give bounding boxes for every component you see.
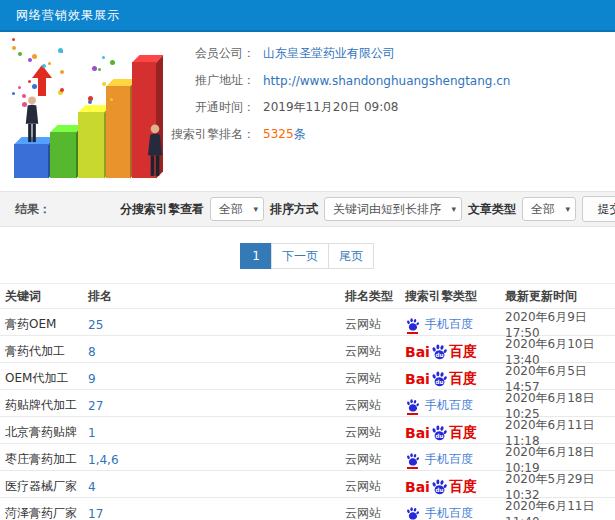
- baidu-paw-icon: du: [430, 478, 448, 496]
- confetti-dot: [88, 96, 93, 101]
- confetti-dot: [28, 80, 31, 83]
- confetti-dot: [60, 70, 64, 74]
- page-title: 网络营销效果展示: [16, 7, 120, 24]
- confetti-dot: [48, 62, 51, 65]
- rank-link[interactable]: 25: [88, 318, 103, 332]
- keyword-cell: 枣庄膏药加工: [5, 451, 88, 468]
- rank-cell: 27: [88, 399, 345, 413]
- info-label: 推广地址：: [160, 72, 255, 89]
- rank-link[interactable]: 9: [88, 372, 96, 386]
- rank-type-cell: 云网站: [345, 343, 405, 360]
- mobile-baidu-badge: 手机百度: [405, 505, 473, 520]
- search-engine-cell: 手机百度: [405, 316, 505, 333]
- baidu-logo: Baidu百度: [405, 343, 477, 361]
- ranking-count: 5325: [263, 127, 294, 141]
- chart-bar: [78, 112, 104, 178]
- search-engine-cell: Baidu百度: [405, 343, 505, 361]
- red-underline: [407, 332, 418, 334]
- rank-cell: 9: [88, 372, 345, 386]
- submit-button[interactable]: 提交: [582, 196, 615, 222]
- next-page-button[interactable]: 下一页: [271, 243, 329, 269]
- red-underline: [407, 467, 418, 469]
- column-header: 关键词: [5, 288, 88, 305]
- confetti-dot: [32, 54, 37, 59]
- rank-link[interactable]: 1: [88, 426, 96, 440]
- column-header: 搜索引擎类型: [405, 288, 505, 305]
- confetti-dot: [110, 60, 115, 65]
- keyword-cell: 膏药OEM: [5, 316, 88, 333]
- engine-select[interactable]: 全部▾: [210, 197, 264, 221]
- article-type-select[interactable]: 全部▾: [522, 197, 576, 221]
- confetti-dot: [110, 98, 113, 101]
- keyword-cell: 药贴牌代加工: [5, 397, 88, 414]
- confetti-dot: [92, 66, 97, 71]
- keyword-cell: 北京膏药贴牌: [5, 424, 88, 441]
- company-info-list: 会员公司： 山东皇圣堂药业有限公司 推广地址： http://www.shand…: [160, 40, 510, 148]
- baidu-paw-icon: [405, 317, 420, 332]
- rank-link[interactable]: 4: [88, 480, 96, 494]
- confetti-dot: [60, 88, 64, 92]
- caret-down-icon: ▾: [451, 198, 456, 220]
- keyword-cell: 菏泽膏药厂家: [5, 505, 88, 520]
- table-row: 膏药代加工 8 云网站 Baidu百度 2020年6月10日 13:40: [0, 336, 615, 363]
- rank-cell: 25: [88, 318, 345, 332]
- caret-down-icon: ▾: [253, 198, 258, 220]
- info-label: 开通时间：: [160, 99, 255, 116]
- info-row: 搜索引擎排名： 5325条: [160, 121, 510, 148]
- caret-down-icon: ▾: [565, 198, 570, 220]
- baidu-logo: Baidu百度: [405, 478, 477, 496]
- last-page-button[interactable]: 尾页: [328, 243, 374, 269]
- rank-link[interactable]: 8: [88, 345, 96, 359]
- table-row: 医疗器械厂家 4 云网站 Baidu百度 2020年5月29日 10:32: [0, 471, 615, 498]
- page-header: 网络营销效果展示: [0, 0, 615, 32]
- rank-cell: 8: [88, 345, 345, 359]
- table-row: 北京膏药贴牌 1 云网站 Baidu百度 2020年6月11日 11:18: [0, 417, 615, 444]
- info-row: 会员公司： 山东皇圣堂药业有限公司: [160, 40, 510, 67]
- mobile-baidu-badge: 手机百度: [405, 397, 473, 414]
- result-label: 结果：: [15, 201, 51, 218]
- info-value[interactable]: 山东皇圣堂药业有限公司: [263, 45, 395, 62]
- rank-cell: 1: [88, 426, 345, 440]
- rank-link[interactable]: 27: [88, 399, 103, 413]
- mobile-baidu-badge: 手机百度: [405, 316, 473, 333]
- baidu-paw-icon: du: [430, 424, 448, 442]
- info-value: 2019年11月20日 09:08: [263, 99, 398, 116]
- search-engine-cell: Baidu百度: [405, 424, 505, 442]
- filter-bar: 结果： 分搜索引擎查看 全部▾ 排序方式 关键词由短到长排序▾ 文章类型 全部▾…: [0, 191, 615, 227]
- rank-link[interactable]: 1,4,6: [88, 453, 119, 467]
- svg-text:du: du: [435, 487, 443, 493]
- confetti-dot: [42, 64, 46, 68]
- confetti-dot: [22, 94, 26, 98]
- info-row: 开通时间： 2019年11月20日 09:08: [160, 94, 510, 121]
- search-engine-cell: 手机百度: [405, 397, 505, 414]
- sort-label: 排序方式: [270, 201, 318, 218]
- column-header: 最新更新时间: [505, 288, 615, 305]
- confetti-dot: [102, 56, 105, 59]
- search-engine-cell: Baidu百度: [405, 370, 505, 388]
- baidu-logo: Baidu百度: [405, 424, 477, 442]
- rank-type-cell: 云网站: [345, 316, 405, 333]
- confetti-dot: [32, 84, 37, 89]
- table-row: 菏泽膏药厂家 17 云网站 手机百度 2020年6月11日 11:40: [0, 498, 615, 520]
- info-value[interactable]: http://www.shandonghuangshengtang.cn: [263, 74, 510, 88]
- rank-type-cell: 云网站: [345, 370, 405, 387]
- search-engine-cell: 手机百度: [405, 505, 505, 520]
- table-header-row: 关键词排名排名类型搜索引擎类型最新更新时间: [0, 283, 615, 309]
- rank-type-cell: 云网站: [345, 505, 405, 520]
- confetti-dot: [18, 86, 21, 89]
- search-engine-cell: 手机百度: [405, 451, 505, 468]
- baidu-paw-icon: [405, 452, 420, 467]
- column-header: 排名: [88, 288, 345, 305]
- engine-filter-label: 分搜索引擎查看: [120, 201, 204, 218]
- pagination: 1 下一页 尾页: [0, 243, 615, 269]
- mobile-baidu-badge: 手机百度: [405, 451, 473, 468]
- column-header: 排名类型: [345, 288, 405, 305]
- page: 网络营销效果展示 会员公司： 山东皇圣堂药业有限公司: [0, 0, 615, 520]
- info-label: 会员公司：: [160, 45, 255, 62]
- table-row: 枣庄膏药加工 1,4,6 云网站 手机百度 2020年6月18日 10:19: [0, 444, 615, 471]
- rank-link[interactable]: 17: [88, 507, 103, 520]
- keyword-cell: 医疗器械厂家: [5, 478, 88, 495]
- page-1-button[interactable]: 1: [240, 243, 272, 269]
- sort-select[interactable]: 关键词由短到长排序▾: [324, 197, 462, 221]
- rank-cell: 4: [88, 480, 345, 494]
